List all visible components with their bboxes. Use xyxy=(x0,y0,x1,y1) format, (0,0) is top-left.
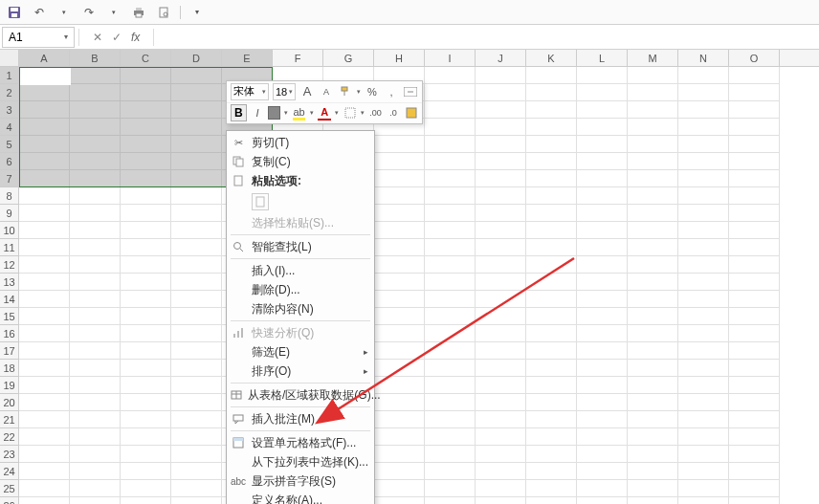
font-color-button[interactable]: A xyxy=(318,105,332,121)
cell[interactable] xyxy=(526,84,577,101)
cell[interactable] xyxy=(729,342,780,360)
cell[interactable] xyxy=(476,411,526,428)
row-header[interactable]: 17 xyxy=(0,342,19,360)
redo-icon[interactable]: ↷ xyxy=(80,4,98,21)
cancel-icon[interactable]: ✕ xyxy=(93,31,102,44)
cell[interactable] xyxy=(678,377,729,394)
undo-icon[interactable]: ↶ xyxy=(31,4,48,21)
menu-sort[interactable]: 排序(O) ▸ xyxy=(227,362,374,381)
cell[interactable] xyxy=(577,67,628,84)
cell[interactable] xyxy=(121,256,171,274)
column-header[interactable]: J xyxy=(476,50,526,66)
cell[interactable] xyxy=(526,394,577,411)
cell[interactable] xyxy=(526,222,577,239)
cell[interactable] xyxy=(171,67,222,84)
row-header[interactable]: 7 xyxy=(0,170,19,187)
cell[interactable] xyxy=(577,411,628,428)
column-header[interactable]: C xyxy=(121,50,171,66)
comma-icon[interactable]: , xyxy=(384,84,399,99)
cell[interactable] xyxy=(476,170,526,187)
cell[interactable] xyxy=(628,497,678,504)
cell[interactable] xyxy=(476,256,526,274)
cell[interactable] xyxy=(374,308,425,325)
cell[interactable] xyxy=(476,446,526,463)
cell[interactable] xyxy=(729,119,780,136)
cell[interactable] xyxy=(476,239,526,256)
cell[interactable] xyxy=(171,394,222,411)
cell[interactable] xyxy=(526,342,577,360)
format-icon[interactable] xyxy=(404,105,418,121)
cell[interactable] xyxy=(19,205,70,222)
cell[interactable] xyxy=(678,291,729,308)
cell[interactable] xyxy=(476,360,526,377)
cell[interactable] xyxy=(121,274,171,291)
row-header[interactable]: 4 xyxy=(0,119,19,136)
row-header[interactable]: 5 xyxy=(0,136,19,153)
cell[interactable] xyxy=(577,308,628,325)
cell[interactable] xyxy=(577,480,628,497)
cell[interactable] xyxy=(526,119,577,136)
cell[interactable] xyxy=(678,153,729,170)
font-selector[interactable]: 宋体 ▾ xyxy=(231,83,269,100)
cell[interactable] xyxy=(19,377,70,394)
cell[interactable] xyxy=(628,446,678,463)
cell[interactable] xyxy=(425,222,476,239)
fx-icon[interactable]: fx xyxy=(131,31,140,44)
cell[interactable] xyxy=(628,394,678,411)
cell[interactable] xyxy=(171,136,222,153)
cell[interactable] xyxy=(476,119,526,136)
column-header[interactable]: L xyxy=(577,50,628,66)
cell[interactable] xyxy=(121,205,171,222)
cell[interactable] xyxy=(729,187,780,205)
cell[interactable] xyxy=(476,480,526,497)
menu-filter[interactable]: 筛选(E) ▸ xyxy=(227,342,374,362)
cell[interactable] xyxy=(171,342,222,360)
cell[interactable] xyxy=(577,463,628,480)
cell[interactable] xyxy=(628,428,678,446)
cell[interactable] xyxy=(70,480,121,497)
row-header[interactable]: 2 xyxy=(0,84,19,101)
cell[interactable] xyxy=(476,153,526,170)
cell[interactable] xyxy=(628,170,678,187)
cell[interactable] xyxy=(678,136,729,153)
font-size-selector[interactable]: 18 ▾ xyxy=(273,83,296,100)
cell[interactable] xyxy=(577,291,628,308)
column-header[interactable]: N xyxy=(678,50,729,66)
column-header[interactable]: A xyxy=(19,50,70,66)
merge-icon[interactable] xyxy=(403,84,418,99)
cell[interactable] xyxy=(19,463,70,480)
cell[interactable] xyxy=(577,342,628,360)
column-header[interactable]: K xyxy=(526,50,577,66)
cell[interactable] xyxy=(729,463,780,480)
cell[interactable] xyxy=(70,411,121,428)
cell[interactable] xyxy=(476,308,526,325)
decrease-font-icon[interactable]: A xyxy=(319,84,334,99)
row-header[interactable]: 25 xyxy=(0,480,19,497)
cell[interactable] xyxy=(526,170,577,187)
cell[interactable] xyxy=(171,101,222,119)
cell[interactable] xyxy=(374,239,425,256)
cell[interactable] xyxy=(729,291,780,308)
cell[interactable] xyxy=(171,497,222,504)
cell[interactable] xyxy=(70,274,121,291)
cell[interactable] xyxy=(171,480,222,497)
cell[interactable] xyxy=(678,67,729,84)
cell[interactable] xyxy=(476,342,526,360)
cell[interactable] xyxy=(678,119,729,136)
cell[interactable] xyxy=(526,411,577,428)
cell[interactable] xyxy=(526,187,577,205)
cell[interactable] xyxy=(628,342,678,360)
cell[interactable] xyxy=(70,446,121,463)
cell[interactable] xyxy=(70,222,121,239)
cell[interactable] xyxy=(729,325,780,342)
cell[interactable] xyxy=(678,308,729,325)
cell[interactable] xyxy=(678,428,729,446)
cell[interactable] xyxy=(171,256,222,274)
print-icon[interactable] xyxy=(130,4,147,21)
cell[interactable] xyxy=(425,411,476,428)
cell[interactable] xyxy=(628,360,678,377)
column-header[interactable]: D xyxy=(171,50,222,66)
cell[interactable] xyxy=(526,325,577,342)
cell[interactable] xyxy=(526,446,577,463)
cell[interactable] xyxy=(577,325,628,342)
